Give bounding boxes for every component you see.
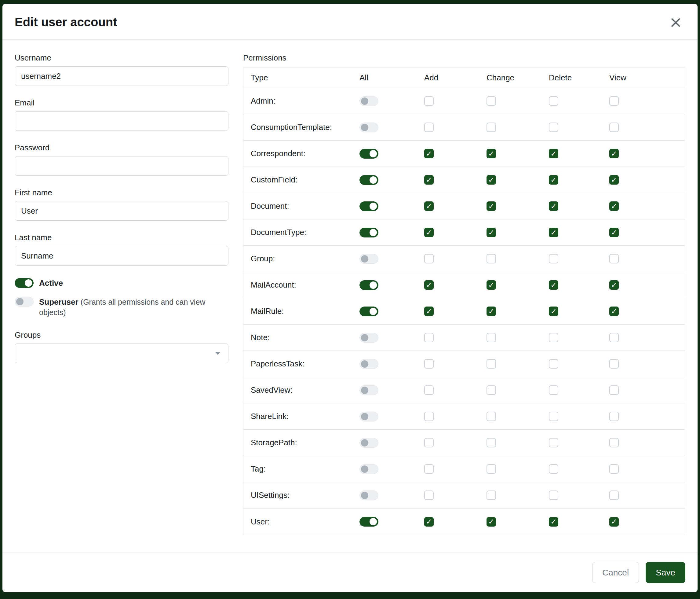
email-input[interactable] — [15, 111, 228, 131]
permission-add-checkbox[interactable] — [424, 123, 434, 132]
permission-all-toggle[interactable] — [359, 359, 378, 369]
permission-change-checkbox[interactable] — [486, 123, 496, 132]
permission-all-toggle[interactable] — [359, 307, 378, 316]
permission-change-checkbox[interactable] — [486, 464, 496, 474]
permission-delete-checkbox[interactable] — [549, 517, 558, 527]
permission-add-checkbox[interactable] — [424, 490, 434, 500]
permission-delete-checkbox[interactable] — [549, 228, 558, 237]
permission-delete-checkbox[interactable] — [549, 96, 558, 106]
modal-body: Username Email Password First name Last … — [2, 40, 698, 553]
permission-all-toggle[interactable] — [359, 254, 378, 264]
permission-delete-checkbox[interactable] — [549, 412, 558, 421]
permission-all-toggle[interactable] — [359, 464, 378, 474]
permission-all-toggle[interactable] — [359, 280, 378, 290]
username-input[interactable] — [15, 66, 228, 86]
permission-view-checkbox[interactable] — [609, 201, 619, 211]
column-header-add: Add — [424, 73, 486, 82]
superuser-toggle[interactable] — [15, 297, 33, 307]
permission-view-checkbox[interactable] — [609, 149, 619, 158]
permission-change-checkbox[interactable] — [486, 307, 496, 316]
permission-view-checkbox[interactable] — [609, 96, 619, 106]
permission-view-checkbox[interactable] — [609, 464, 619, 474]
permission-all-toggle[interactable] — [359, 333, 378, 342]
permission-add-checkbox[interactable] — [424, 385, 434, 395]
permission-view-checkbox[interactable] — [609, 385, 619, 395]
active-toggle[interactable] — [15, 278, 33, 288]
permission-all-toggle[interactable] — [359, 201, 378, 211]
permission-view-checkbox[interactable] — [609, 359, 619, 368]
permission-add-checkbox[interactable] — [424, 412, 434, 421]
permission-add-checkbox[interactable] — [424, 96, 434, 106]
permission-change-checkbox[interactable] — [486, 201, 496, 211]
permission-delete-checkbox[interactable] — [549, 307, 558, 316]
permission-view-checkbox[interactable] — [609, 517, 619, 527]
permission-all-toggle[interactable] — [359, 123, 378, 132]
permission-change-checkbox[interactable] — [486, 333, 496, 342]
close-icon[interactable]: × — [667, 16, 684, 29]
permission-all-toggle[interactable] — [359, 438, 378, 448]
last-name-input[interactable] — [15, 246, 228, 266]
permission-delete-checkbox[interactable] — [549, 438, 558, 448]
permission-view-checkbox[interactable] — [609, 123, 619, 132]
permission-add-checkbox[interactable] — [424, 517, 434, 527]
permission-delete-checkbox[interactable] — [549, 490, 558, 500]
permission-delete-checkbox[interactable] — [549, 359, 558, 368]
permission-change-checkbox[interactable] — [486, 412, 496, 421]
permission-add-checkbox[interactable] — [424, 438, 434, 448]
permission-all-toggle[interactable] — [359, 490, 378, 500]
cancel-button[interactable]: Cancel — [592, 562, 639, 583]
permission-all-toggle[interactable] — [359, 517, 378, 527]
permission-change-checkbox[interactable] — [486, 359, 496, 368]
permission-change-checkbox[interactable] — [486, 280, 496, 290]
permission-add-checkbox[interactable] — [424, 149, 434, 158]
permission-add-checkbox[interactable] — [424, 307, 434, 316]
permission-all-toggle[interactable] — [359, 385, 378, 395]
permission-view-checkbox[interactable] — [609, 280, 619, 290]
permission-view-checkbox[interactable] — [609, 307, 619, 316]
permission-all-toggle[interactable] — [359, 96, 378, 106]
permission-add-checkbox[interactable] — [424, 228, 434, 237]
permission-delete-checkbox[interactable] — [549, 123, 558, 132]
permission-view-checkbox[interactable] — [609, 438, 619, 448]
permission-delete-checkbox[interactable] — [549, 175, 558, 185]
permission-change-checkbox[interactable] — [486, 517, 496, 527]
permission-all-toggle[interactable] — [359, 149, 378, 159]
permission-delete-checkbox[interactable] — [549, 280, 558, 290]
permission-change-checkbox[interactable] — [486, 96, 496, 106]
first-name-input[interactable] — [15, 201, 228, 221]
permission-all-toggle[interactable] — [359, 228, 378, 237]
permission-all-toggle[interactable] — [359, 412, 378, 422]
permission-view-checkbox[interactable] — [609, 228, 619, 237]
superuser-label: Superuser — [39, 297, 78, 307]
permission-view-checkbox[interactable] — [609, 490, 619, 500]
permission-view-checkbox[interactable] — [609, 254, 619, 263]
permission-view-checkbox[interactable] — [609, 333, 619, 342]
permission-change-checkbox[interactable] — [486, 490, 496, 500]
permission-add-checkbox[interactable] — [424, 254, 434, 263]
permission-change-checkbox[interactable] — [486, 438, 496, 448]
permission-change-checkbox[interactable] — [486, 175, 496, 185]
permission-view-checkbox[interactable] — [609, 412, 619, 421]
permission-add-checkbox[interactable] — [424, 280, 434, 290]
permission-add-checkbox[interactable] — [424, 359, 434, 368]
permission-delete-checkbox[interactable] — [549, 464, 558, 474]
permission-delete-checkbox[interactable] — [549, 149, 558, 158]
permission-all-toggle[interactable] — [359, 175, 378, 185]
permission-add-checkbox[interactable] — [424, 201, 434, 211]
permission-delete-checkbox[interactable] — [549, 201, 558, 211]
password-input[interactable] — [15, 156, 228, 176]
save-button[interactable]: Save — [646, 562, 685, 583]
permission-delete-checkbox[interactable] — [549, 333, 558, 342]
permission-change-checkbox[interactable] — [486, 149, 496, 158]
permission-change-checkbox[interactable] — [486, 254, 496, 263]
permission-change-checkbox[interactable] — [486, 228, 496, 237]
permission-delete-checkbox[interactable] — [549, 254, 558, 263]
permission-row: CustomField: — [243, 167, 685, 193]
permission-add-checkbox[interactable] — [424, 464, 434, 474]
permission-add-checkbox[interactable] — [424, 333, 434, 342]
permission-delete-checkbox[interactable] — [549, 385, 558, 395]
groups-select[interactable] — [15, 343, 228, 363]
permission-view-checkbox[interactable] — [609, 175, 619, 185]
permission-add-checkbox[interactable] — [424, 175, 434, 185]
permission-change-checkbox[interactable] — [486, 385, 496, 395]
